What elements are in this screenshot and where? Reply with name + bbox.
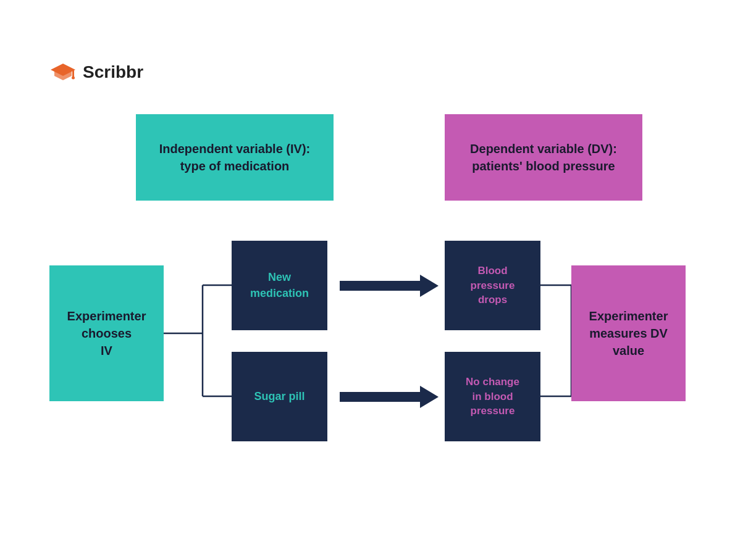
no-change-box: No changein bloodpressure bbox=[445, 352, 540, 441]
experimenter-dv-box: Experimentermeasures DVvalue bbox=[571, 265, 686, 401]
svg-marker-15 bbox=[340, 386, 439, 408]
arrow-top bbox=[340, 270, 439, 304]
logo: Scribbr bbox=[49, 59, 143, 86]
experimenter-iv-label: ExperimenterchoosesIV bbox=[67, 307, 146, 359]
sugar-pill-box: Sugar pill bbox=[232, 352, 327, 441]
iv-box: Independent variable (IV):type of medica… bbox=[136, 114, 334, 201]
svg-point-3 bbox=[72, 77, 75, 80]
no-change-label: No changein bloodpressure bbox=[466, 375, 519, 418]
iv-box-label: Independent variable (IV):type of medica… bbox=[159, 140, 310, 175]
bp-drops-box: Bloodpressuredrops bbox=[445, 241, 540, 330]
dv-box: Dependent variable (DV):patients' blood … bbox=[445, 114, 642, 201]
new-medication-box: Newmedication bbox=[232, 241, 327, 330]
new-medication-label: Newmedication bbox=[250, 270, 309, 301]
diagram-area: ExperimenterchoosesIV Newmedication Suga… bbox=[49, 241, 704, 463]
top-boxes-row: Independent variable (IV):type of medica… bbox=[136, 114, 642, 201]
experimenter-iv-box: ExperimenterchoosesIV bbox=[49, 265, 164, 401]
scribbr-logo-icon bbox=[49, 59, 77, 86]
dv-box-label: Dependent variable (DV):patients' blood … bbox=[470, 140, 617, 175]
arrow-bottom bbox=[340, 381, 439, 415]
logo-text: Scribbr bbox=[83, 62, 143, 82]
experimenter-dv-label: Experimentermeasures DVvalue bbox=[589, 307, 668, 359]
bp-drops-label: Bloodpressuredrops bbox=[471, 264, 515, 307]
sugar-pill-label: Sugar pill bbox=[254, 389, 304, 404]
svg-marker-14 bbox=[340, 275, 439, 297]
